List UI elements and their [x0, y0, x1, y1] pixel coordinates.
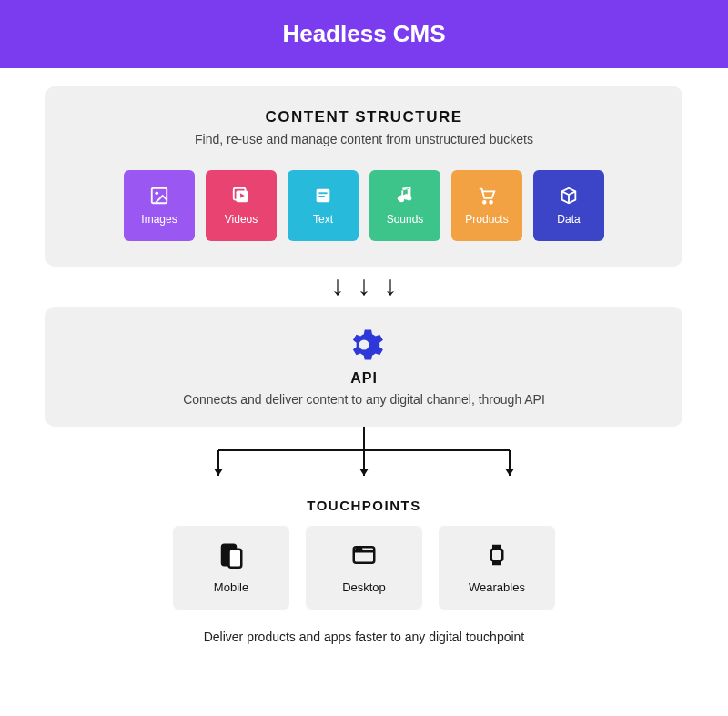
- svg-point-9: [483, 201, 486, 204]
- touchpoint-label: Desktop: [342, 580, 386, 594]
- svg-rect-6: [318, 196, 324, 197]
- tile-text: Text: [288, 170, 359, 241]
- svg-point-11: [359, 340, 369, 350]
- mobile-icon: [217, 541, 245, 571]
- arrow-down-icon: ↓: [331, 272, 345, 299]
- tile-label: Data: [557, 213, 580, 226]
- tile-products: Products: [451, 170, 522, 241]
- svg-point-1: [155, 191, 158, 195]
- touchpoints-subtitle: Deliver products and apps faster to any …: [46, 630, 682, 644]
- content-structure-panel: CONTENT STRUCTURE Find, re-use and manag…: [46, 86, 682, 267]
- svg-point-7: [399, 197, 405, 203]
- svg-rect-0: [152, 188, 167, 204]
- gear-icon: [73, 325, 655, 365]
- box-icon: [559, 186, 579, 206]
- tile-label: Videos: [225, 213, 258, 226]
- video-icon: [231, 186, 251, 206]
- tile-data: Data: [533, 170, 604, 241]
- svg-point-21: [357, 549, 359, 550]
- tile-images: Images: [124, 170, 195, 241]
- svg-point-8: [407, 196, 412, 201]
- text-icon: [313, 186, 333, 206]
- touchpoint-label: Wearables: [469, 580, 525, 594]
- touchpoint-mobile: Mobile: [173, 526, 289, 610]
- svg-point-10: [490, 201, 492, 204]
- touchpoints-title: TOUCHPOINTS: [46, 498, 682, 513]
- page-title: Headless CMS: [0, 20, 728, 48]
- tile-label: Products: [465, 213, 508, 226]
- api-title: API: [73, 370, 655, 387]
- svg-rect-5: [318, 192, 327, 194]
- diagram-canvas: CONTENT STRUCTURE Find, re-use and manag…: [0, 68, 728, 644]
- touchpoint-tiles: Mobile Desktop Wearables: [46, 526, 682, 610]
- watch-icon: [483, 541, 511, 571]
- tile-label: Sounds: [387, 213, 424, 226]
- image-icon: [149, 186, 169, 206]
- svg-point-22: [359, 549, 361, 550]
- cart-icon: [477, 186, 497, 206]
- tile-videos: Videos: [206, 170, 277, 241]
- sound-icon: [395, 186, 415, 206]
- content-structure-title: CONTENT STRUCTURE: [73, 108, 655, 126]
- content-tiles: Images Videos: [73, 170, 655, 241]
- svg-rect-23: [491, 550, 503, 561]
- touchpoint-desktop: Desktop: [306, 526, 422, 610]
- desktop-icon: [350, 541, 378, 571]
- svg-rect-18: [229, 550, 242, 568]
- tile-label: Text: [313, 213, 333, 226]
- api-panel: API Connects and deliver content to any …: [46, 307, 682, 427]
- content-structure-subtitle: Find, re-use and manage content from uns…: [73, 132, 655, 146]
- tile-label: Images: [141, 213, 177, 226]
- arrow-down-icon: ↓: [358, 272, 371, 299]
- page-header: Headless CMS: [0, 0, 728, 68]
- arrow-down-icon: ↓: [384, 272, 398, 299]
- api-subtitle: Connects and deliver content to any digi…: [73, 392, 655, 407]
- touchpoint-wearables: Wearables: [439, 526, 555, 610]
- tile-sounds: Sounds: [369, 170, 440, 241]
- touchpoint-label: Mobile: [214, 580, 248, 594]
- arrows-api-to-touchpoints: [46, 427, 682, 487]
- arrows-content-to-api: ↓ ↓ ↓: [46, 272, 682, 299]
